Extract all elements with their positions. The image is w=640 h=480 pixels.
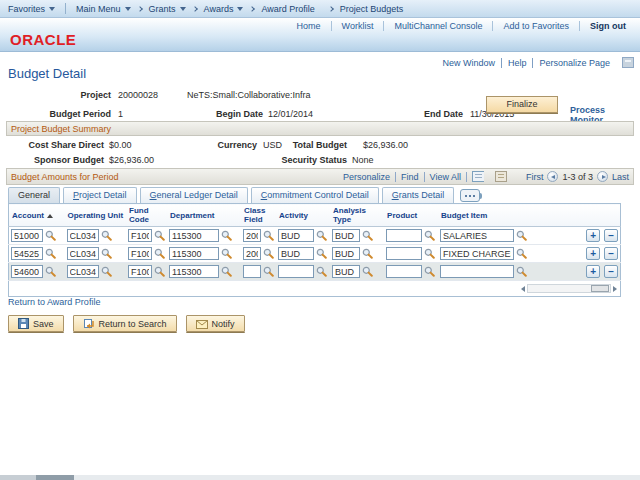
analysis-type-input[interactable] xyxy=(332,229,360,242)
department-input[interactable] xyxy=(169,265,219,278)
return-to-search-button[interactable]: Return to Search xyxy=(73,315,177,332)
scroll-left-icon[interactable] xyxy=(521,286,525,292)
first-link[interactable]: First xyxy=(526,172,544,182)
lookup-icon[interactable] xyxy=(45,248,56,259)
finalize-button[interactable]: Finalize xyxy=(486,96,558,113)
lookup-icon[interactable] xyxy=(45,266,56,277)
next-page-icon[interactable] xyxy=(597,171,608,182)
scrollbar-thumb[interactable] xyxy=(591,285,609,292)
lookup-icon[interactable] xyxy=(101,266,112,277)
department-input[interactable] xyxy=(169,247,219,260)
lookup-icon[interactable] xyxy=(516,266,527,277)
add-to-favorites-link[interactable]: Add to Favorites xyxy=(492,21,579,31)
class-field-input[interactable] xyxy=(243,247,261,260)
product-input[interactable] xyxy=(386,265,422,278)
tab-grants-detail[interactable]: Grants Detail xyxy=(382,187,455,203)
delete-row-button[interactable]: − xyxy=(604,265,618,278)
lookup-icon[interactable] xyxy=(316,248,327,259)
delete-row-button[interactable]: − xyxy=(604,229,618,242)
fund-code-input[interactable] xyxy=(128,229,152,242)
budget-item-input[interactable] xyxy=(440,247,514,260)
lookup-icon[interactable] xyxy=(362,230,373,241)
lookup-icon[interactable] xyxy=(263,248,274,259)
show-all-columns-icon[interactable] xyxy=(460,189,480,202)
lookup-icon[interactable] xyxy=(263,230,274,241)
home-link[interactable]: Home xyxy=(287,21,331,31)
return-to-award-profile-link[interactable]: Return to Award Profile xyxy=(8,297,100,307)
lookup-icon[interactable] xyxy=(516,248,527,259)
lookup-icon[interactable] xyxy=(263,266,274,277)
lookup-icon[interactable] xyxy=(362,266,373,277)
budget-item-input[interactable] xyxy=(440,229,514,242)
lookup-icon[interactable] xyxy=(221,248,232,259)
account-input[interactable] xyxy=(11,229,43,242)
add-row-button[interactable]: + xyxy=(586,265,600,278)
sign-out-link[interactable]: Sign out xyxy=(579,21,636,31)
tab-general[interactable]: General xyxy=(8,187,60,203)
breadcrumb-awards[interactable]: Awards xyxy=(204,4,244,14)
operating-unit-input[interactable] xyxy=(67,247,99,260)
lookup-icon[interactable] xyxy=(154,230,165,241)
tab-general-ledger-detail[interactable]: General Ledger Detail xyxy=(140,187,248,203)
personalize-link[interactable]: Personalize xyxy=(338,172,396,182)
view-all-link[interactable]: View All xyxy=(425,172,467,182)
fund-code-input[interactable] xyxy=(128,265,152,278)
lookup-icon[interactable] xyxy=(362,248,373,259)
activity-input[interactable] xyxy=(278,229,314,242)
lookup-icon[interactable] xyxy=(424,266,435,277)
lookup-icon[interactable] xyxy=(101,230,112,241)
lookup-icon[interactable] xyxy=(154,266,165,277)
budget-item-input[interactable] xyxy=(440,265,514,278)
class-field-input[interactable] xyxy=(243,229,261,242)
product-input[interactable] xyxy=(386,247,422,260)
help-link[interactable]: Help xyxy=(502,58,534,68)
notify-button[interactable]: Notify xyxy=(186,315,245,332)
class-field-input[interactable] xyxy=(243,265,261,278)
activity-input[interactable] xyxy=(278,265,314,278)
lookup-icon[interactable] xyxy=(221,230,232,241)
product-input[interactable] xyxy=(386,229,422,242)
save-button[interactable]: Save xyxy=(8,315,64,332)
scroll-right-icon[interactable] xyxy=(613,286,617,292)
analysis-type-input[interactable] xyxy=(332,247,360,260)
multichannel-console-link[interactable]: MultiChannel Console xyxy=(383,21,492,31)
add-row-button[interactable]: + xyxy=(586,229,600,242)
lookup-icon[interactable] xyxy=(424,248,435,259)
account-input[interactable] xyxy=(11,247,43,260)
breadcrumb-award-profile[interactable]: Award Profile xyxy=(261,4,314,14)
analysis-type-input[interactable] xyxy=(332,265,360,278)
account-input[interactable] xyxy=(11,265,43,278)
lookup-icon[interactable] xyxy=(45,230,56,241)
previous-page-icon[interactable] xyxy=(547,171,558,182)
lookup-icon[interactable] xyxy=(154,248,165,259)
scrollbar-thumb[interactable] xyxy=(36,475,74,480)
breadcrumb-main-menu[interactable]: Main Menu xyxy=(76,4,131,14)
worklist-link[interactable]: Worklist xyxy=(331,21,384,31)
new-window-link[interactable]: New Window xyxy=(436,58,502,68)
tab-project-detail[interactable]: Project Detail xyxy=(63,187,137,203)
breadcrumb-grants[interactable]: Grants xyxy=(149,4,186,14)
personalize-layout-icon[interactable] xyxy=(622,57,634,68)
department-input[interactable] xyxy=(169,229,219,242)
grid-horizontal-scrollbar[interactable] xyxy=(521,283,617,294)
lookup-icon[interactable] xyxy=(221,266,232,277)
lookup-icon[interactable] xyxy=(316,266,327,277)
add-row-button[interactable]: + xyxy=(586,247,600,260)
tab-commitment-control-detail[interactable]: Commitment Control Detail xyxy=(251,187,379,203)
lookup-icon[interactable] xyxy=(424,230,435,241)
delete-row-button[interactable]: − xyxy=(604,247,618,260)
operating-unit-input[interactable] xyxy=(67,265,99,278)
find-link[interactable]: Find xyxy=(396,172,425,182)
zoom-grid-icon[interactable] xyxy=(495,171,507,182)
lookup-icon[interactable] xyxy=(101,248,112,259)
fund-code-input[interactable] xyxy=(128,247,152,260)
breadcrumb-favorites[interactable]: Favorites xyxy=(8,4,55,14)
breadcrumb-project-budgets[interactable]: Project Budgets xyxy=(340,4,404,14)
last-link[interactable]: Last xyxy=(612,172,629,182)
column-header-account[interactable]: Account xyxy=(9,204,65,227)
lookup-icon[interactable] xyxy=(316,230,327,241)
lookup-icon[interactable] xyxy=(516,230,527,241)
personalize-page-link[interactable]: Personalize Page xyxy=(533,58,616,68)
window-horizontal-scrollbar[interactable] xyxy=(0,475,640,480)
activity-input[interactable] xyxy=(278,247,314,260)
